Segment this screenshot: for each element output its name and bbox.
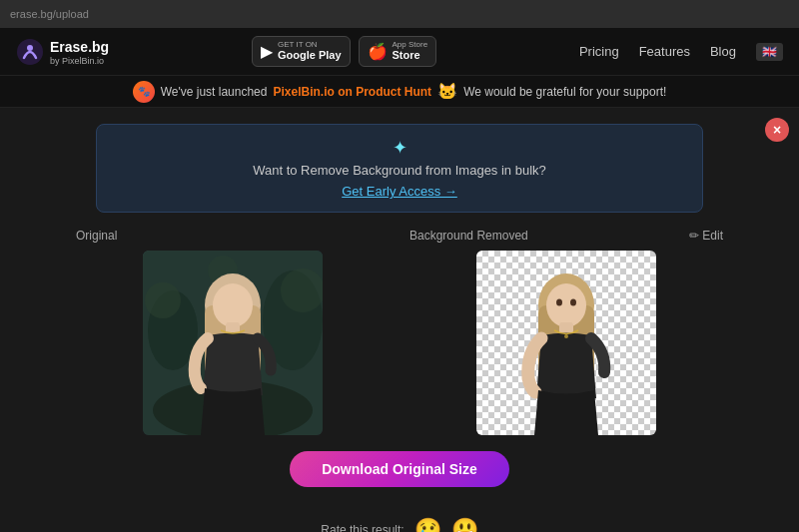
original-panel: Original [76, 229, 390, 435]
sparkle-top: ✦ [117, 137, 682, 159]
app-store-small: App Store [393, 41, 428, 49]
nav-features[interactable]: Features [639, 44, 690, 59]
app-store-big: Store [393, 49, 428, 62]
apple-icon: 🍎 [368, 42, 388, 61]
google-play-button[interactable]: ▶ GET IT ON Google Play [252, 36, 351, 67]
edit-button[interactable]: ✏ Edit [689, 229, 723, 243]
header: Erase.bg by PixelBin.io ▶ GET IT ON Goog… [0, 28, 799, 76]
svg-point-12 [213, 283, 253, 327]
nav-pricing[interactable]: Pricing [579, 44, 619, 59]
browser-url: erase.bg/upload [10, 8, 89, 20]
download-area: Download Original Size ☞ [16, 451, 783, 487]
sad-rating-button[interactable]: 😢 [414, 517, 441, 532]
ph-banner: 🐾 We've just launched PixelBin.io on Pro… [0, 76, 799, 108]
removed-photo [476, 251, 656, 435]
original-image [143, 251, 323, 435]
happy-rating-button[interactable]: 😃 [451, 517, 478, 532]
ph-text-before: We've just launched [161, 85, 268, 99]
early-link-top[interactable]: Get Early Access → [342, 184, 457, 199]
google-play-small: GET IT ON [278, 41, 342, 49]
ph-avatar: 🐾 [133, 81, 155, 103]
svg-point-19 [570, 299, 576, 306]
woman-original-svg [143, 251, 323, 435]
logo-sub: by PixelBin.io [50, 56, 109, 66]
svg-point-1 [27, 45, 33, 51]
removed-label: Background Removed [409, 229, 528, 243]
nav-blog[interactable]: Blog [710, 44, 736, 59]
svg-point-21 [564, 334, 568, 338]
logo-text: Erase.bg [50, 39, 109, 55]
original-photo [143, 251, 323, 435]
early-text-top: Want to Remove Background from Images in… [117, 163, 682, 178]
google-play-icon: ▶ [261, 42, 273, 61]
rating-label: Rate this result: [321, 523, 403, 532]
header-center: ▶ GET IT ON Google Play 🍎 App Store Stor… [252, 36, 436, 67]
woman-removed-svg [476, 251, 656, 435]
removed-panel: Background Removed ✏ Edit [409, 229, 723, 435]
ph-text-after: We would be grateful for your support! [463, 85, 666, 99]
language-flag[interactable]: 🇬🇧 [756, 43, 783, 61]
comparison-area: Original [76, 229, 723, 435]
ph-link[interactable]: PixelBin.io on Product Hunt [273, 85, 431, 99]
download-button[interactable]: Download Original Size [290, 451, 509, 487]
logo-area: Erase.bg by PixelBin.io [16, 38, 109, 66]
svg-point-17 [546, 283, 586, 327]
svg-point-7 [281, 268, 323, 312]
rating-area: Rate this result: 😢 😃 [16, 517, 783, 532]
svg-point-6 [145, 282, 181, 318]
browser-bar: erase.bg/upload [0, 0, 799, 28]
svg-point-18 [556, 299, 562, 306]
removed-image [476, 251, 656, 435]
original-label: Original [76, 229, 390, 243]
main-content: ✦ Want to Remove Background from Images … [0, 108, 799, 532]
close-button[interactable]: × [765, 118, 789, 142]
header-nav: Pricing Features Blog 🇬🇧 [579, 43, 783, 61]
logo-icon [16, 38, 44, 66]
ph-cat: 🐱 [437, 82, 457, 101]
app-store-button[interactable]: 🍎 App Store Store [359, 36, 437, 67]
google-play-big: Google Play [278, 49, 342, 62]
early-banner-top: ✦ Want to Remove Background from Images … [96, 124, 703, 213]
